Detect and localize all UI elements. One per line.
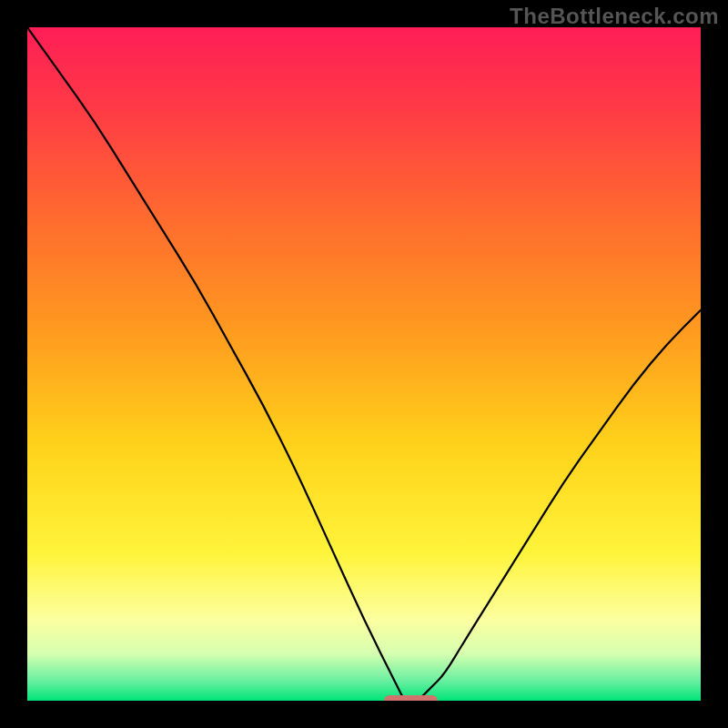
bottleneck-curve [27,27,701,701]
curve-layer [27,27,701,701]
plot-area [27,27,701,701]
optimal-marker [384,695,438,701]
chart-frame: TheBottleneck.com [0,0,728,728]
watermark-text: TheBottleneck.com [510,4,719,29]
